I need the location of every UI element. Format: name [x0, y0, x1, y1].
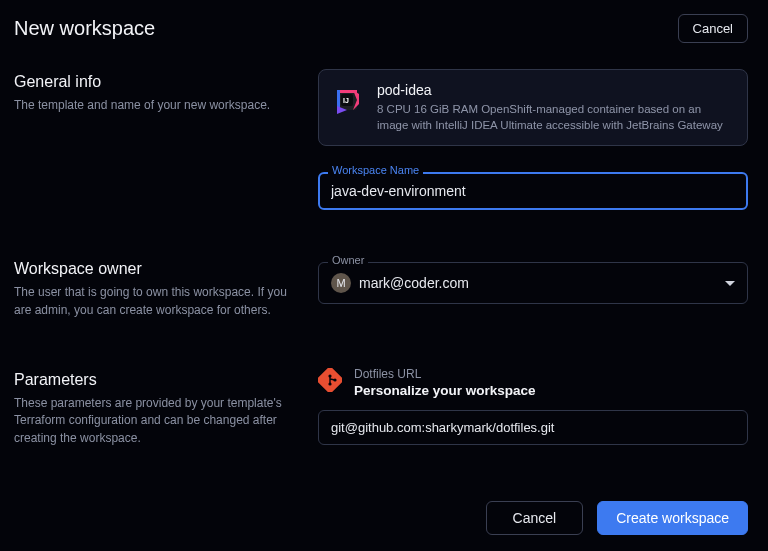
parameters-heading: Parameters	[14, 371, 294, 389]
avatar: M	[331, 273, 351, 293]
create-workspace-button[interactable]: Create workspace	[597, 501, 748, 535]
dotfiles-title: Personalize your workspace	[354, 383, 748, 398]
dotfiles-url-input[interactable]	[318, 410, 748, 445]
owner-heading: Workspace owner	[14, 260, 294, 278]
template-card[interactable]: IJ pod-idea 8 CPU 16 GiB RAM OpenShift-m…	[318, 69, 748, 146]
template-name: pod-idea	[377, 82, 733, 98]
intellij-icon: IJ	[333, 84, 365, 116]
general-description: The template and name of your new worksp…	[14, 97, 294, 114]
page-title: New workspace	[14, 17, 155, 40]
template-description: 8 CPU 16 GiB RAM OpenShift-managed conta…	[377, 101, 733, 133]
parameters-description: These parameters are provided by your te…	[14, 395, 294, 447]
owner-legend: Owner	[328, 254, 368, 266]
svg-text:IJ: IJ	[343, 97, 349, 104]
chevron-down-icon	[725, 281, 735, 286]
dotfiles-label: Dotfiles URL	[354, 367, 748, 381]
owner-select[interactable]: M mark@coder.com	[318, 262, 748, 304]
workspace-name-legend: Workspace Name	[328, 164, 423, 176]
owner-value: mark@coder.com	[359, 275, 717, 291]
cancel-button-top[interactable]: Cancel	[678, 14, 748, 43]
cancel-button[interactable]: Cancel	[486, 501, 584, 535]
git-icon	[318, 368, 342, 392]
workspace-name-input[interactable]	[318, 172, 748, 210]
owner-description: The user that is going to own this works…	[14, 284, 294, 319]
general-heading: General info	[14, 73, 294, 91]
